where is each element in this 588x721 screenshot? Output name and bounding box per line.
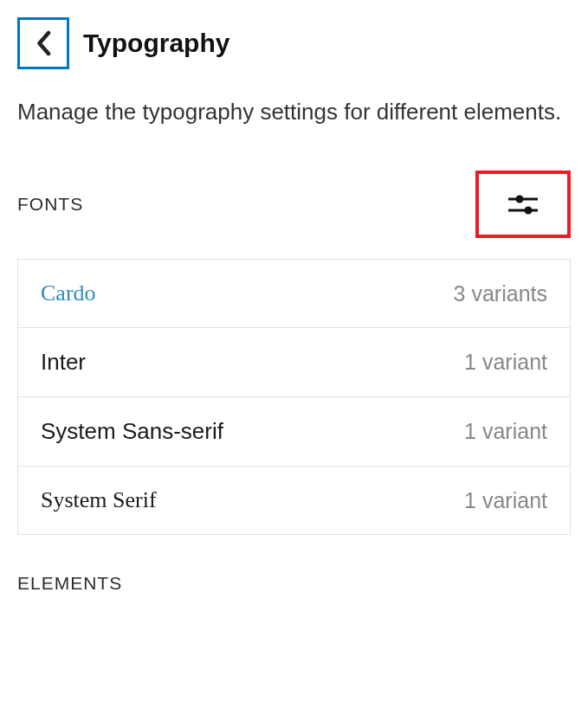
- font-variants: 1 variant: [464, 488, 547, 513]
- font-item-system-serif[interactable]: System Serif 1 variant: [18, 467, 570, 534]
- fonts-section-label: FONTS: [17, 194, 83, 215]
- font-item-system-sans[interactable]: System Sans-serif 1 variant: [18, 397, 570, 467]
- page-description: Manage the typography settings for diffe…: [0, 78, 588, 155]
- svg-point-1: [516, 196, 524, 203]
- svg-point-3: [525, 207, 533, 215]
- font-variants: 3 variants: [454, 281, 547, 306]
- font-name: System Sans-serif: [41, 418, 223, 445]
- font-variants: 1 variant: [464, 419, 547, 444]
- fonts-section-header: FONTS: [0, 155, 588, 248]
- font-list: Cardo 3 variants Inter 1 variant System …: [17, 259, 571, 535]
- font-name: Inter: [41, 349, 86, 376]
- font-settings-button[interactable]: [475, 171, 571, 238]
- font-name: Cardo: [41, 280, 96, 306]
- chevron-left-icon: [35, 30, 52, 56]
- font-variants: 1 variant: [464, 350, 547, 375]
- elements-section-label: ELEMENTS: [17, 573, 122, 594]
- font-name: System Serif: [41, 487, 157, 513]
- sliders-icon: [505, 190, 541, 218]
- elements-section-header: ELEMENTS: [0, 535, 588, 594]
- font-item-cardo[interactable]: Cardo 3 variants: [18, 260, 570, 328]
- page-header: Typography: [0, 0, 588, 78]
- page-title: Typography: [83, 29, 229, 58]
- font-item-inter[interactable]: Inter 1 variant: [18, 328, 570, 397]
- back-button[interactable]: [17, 17, 69, 69]
